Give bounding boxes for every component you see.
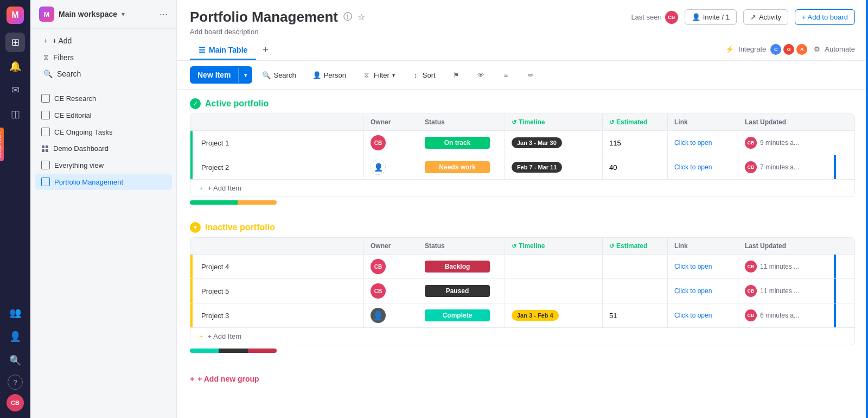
tab-main-table[interactable]: ☰ Main Table <box>190 41 256 60</box>
row-project4-status[interactable]: Backlog <box>418 255 505 278</box>
table-row: Project 1 + CB On track Jan 3 - Mar 30 1… <box>190 131 854 155</box>
updated-avatar[interactable]: CB <box>745 161 757 173</box>
last-seen-avatar[interactable]: CB <box>665 11 678 24</box>
workspace-selector[interactable]: M Main workspace ▾ <box>39 7 159 22</box>
row-project3-link[interactable]: Click to open <box>668 303 738 327</box>
updated-avatar[interactable]: CB <box>745 137 757 149</box>
row-project3-name[interactable]: Project 3 + <box>190 303 364 327</box>
link-click[interactable]: Click to open <box>674 163 712 171</box>
link-click[interactable]: Click to open <box>674 312 712 319</box>
sidebar-actions: + + Add ⧖ Filters 🔍 Search <box>30 29 176 86</box>
filter-button[interactable]: ⧖ Filter ▾ <box>356 67 401 83</box>
add-new-group-button[interactable]: + + Add new group <box>190 370 855 388</box>
check-icon[interactable]: ◫ <box>5 104 25 124</box>
dashboard-icon <box>41 145 49 153</box>
row-project2-status[interactable]: Needs work <box>418 155 505 179</box>
automate-button[interactable]: ⚙ Automate <box>814 45 855 53</box>
sidebar-item-ce-research[interactable]: CE Research <box>35 90 172 106</box>
row-project4-name[interactable]: Project 4 + <box>190 255 364 278</box>
add-to-board-button[interactable]: + Add to board <box>795 9 855 25</box>
sidebar-item-everything-view[interactable]: Everything view <box>35 157 172 173</box>
sidebar-item-ce-ongoing-tasks[interactable]: CE Ongoing Tasks <box>35 124 172 140</box>
row-project5-name[interactable]: Project 5 + <box>190 279 364 303</box>
search-icon-bar[interactable]: 🔍 <box>5 351 25 370</box>
sidebar-item-ce-editorial[interactable]: CE Editorial <box>35 107 172 123</box>
row-project5-link[interactable]: Click to open <box>668 279 738 303</box>
home-icon[interactable]: ⊞ <box>5 33 25 52</box>
filters-button[interactable]: ⧖ Filters <box>39 49 168 65</box>
search-button[interactable]: 🔍 Search <box>39 66 168 81</box>
user-avatar-bar[interactable]: CB <box>7 394 24 411</box>
row-color-indicator <box>190 279 193 303</box>
group-toggle-inactive[interactable]: ▾ <box>190 222 201 233</box>
info-icon[interactable]: ⓘ <box>343 11 352 23</box>
person-filter-button[interactable]: 👤 Person <box>306 67 353 83</box>
bell-icon[interactable]: 🔔 <box>5 56 25 76</box>
new-item-button[interactable]: New Item ▾ <box>190 66 252 84</box>
help-icon[interactable]: ? <box>8 375 23 390</box>
link-click[interactable]: Click to open <box>674 263 712 270</box>
people-icon[interactable]: 👥 <box>5 303 25 322</box>
board-subtitle[interactable]: Add board description <box>190 28 855 36</box>
owner-avatar-dark[interactable]: 👤 <box>371 308 386 323</box>
updated-avatar[interactable]: CB <box>745 261 757 273</box>
row-color-indicator <box>190 155 193 179</box>
link-click[interactable]: Click to open <box>674 139 712 147</box>
edit-button[interactable]: ✏ <box>520 67 542 83</box>
board-title-row: Portfolio Management ⓘ ☆ Last seen CB 👤 … <box>190 9 855 26</box>
row-project5-estimated <box>603 279 668 303</box>
board-tab-right: ⚡ Integrate C G A ⚙ Automate <box>725 44 855 57</box>
row-project1-name[interactable]: Project 1 + <box>190 131 364 155</box>
status-badge: Backlog <box>425 261 490 273</box>
star-icon[interactable]: ☆ <box>358 12 365 22</box>
row-project1-link[interactable]: Click to open <box>668 131 738 155</box>
row-project2-link[interactable]: Click to open <box>668 155 738 179</box>
row-project4-timeline <box>505 255 603 278</box>
group-toggle-active[interactable]: ✓ <box>190 98 201 109</box>
row-project2-name[interactable]: Project 2 + <box>190 155 364 179</box>
row-project3-estimated: 51 <box>603 303 668 327</box>
sidebar-item-demo-dashboard[interactable]: Demo Dashboard <box>35 141 172 156</box>
inbox-icon[interactable]: ✉ <box>5 80 25 100</box>
right-indicator <box>834 303 836 327</box>
add-item-inactive[interactable]: + + Add Item <box>190 328 854 345</box>
gmail-icon: G <box>783 44 794 55</box>
chrome-icon: C <box>770 44 781 55</box>
sidebar-more-icon[interactable]: ··· <box>159 9 168 20</box>
table-row: Project 5 + CB Paused Click to open <box>190 279 854 303</box>
sort-button[interactable]: ↕ Sort <box>405 67 442 83</box>
search-toolbar-button[interactable]: 🔍 Search <box>256 67 302 83</box>
row-project1-status[interactable]: On track <box>418 131 505 155</box>
new-item-dropdown-arrow[interactable]: ▾ <box>238 68 252 83</box>
see-plans-badge[interactable]: + See plans <box>0 128 4 161</box>
updated-avatar[interactable]: CB <box>745 285 757 297</box>
add-item-active[interactable]: + + Add Item <box>190 180 854 197</box>
row-project3-status[interactable]: Complete <box>418 303 505 327</box>
invite-button[interactable]: 👤 Invite / 1 <box>685 9 737 25</box>
table-row: Project 4 + CB Backlog Click to open <box>190 255 854 279</box>
integrate-button[interactable]: ⚡ Integrate C G A <box>725 44 807 55</box>
owner-avatar[interactable]: CB <box>371 283 386 299</box>
sidebar-item-portfolio-management[interactable]: Portfolio Management <box>35 174 172 190</box>
activity-button[interactable]: ↗ Activity <box>743 9 788 25</box>
person-add-icon[interactable]: 👤 <box>5 327 25 346</box>
row-project4-link[interactable]: Click to open <box>668 255 738 278</box>
group-button[interactable]: ≡ <box>495 67 517 83</box>
integrate-icon: ⚡ <box>725 45 734 53</box>
owner-avatar[interactable]: CB <box>371 259 386 274</box>
app-logo[interactable]: M <box>7 7 24 24</box>
sidebar-header: M Main workspace ▾ ··· <box>30 0 176 29</box>
updated-avatar[interactable]: CB <box>745 309 757 321</box>
app-icon: A <box>796 44 807 55</box>
link-button[interactable]: ⚑ <box>445 67 467 83</box>
owner-avatar-empty[interactable]: 👤 <box>371 160 386 175</box>
row-project1-timeline: Jan 3 - Mar 30 <box>505 131 603 155</box>
hide-button[interactable]: 👁 <box>470 67 492 83</box>
row-project5-status[interactable]: Paused <box>418 279 505 303</box>
group-active-header: ✓ Active portfolio <box>190 98 855 109</box>
add-button[interactable]: + + Add <box>39 33 168 48</box>
owner-avatar[interactable]: CB <box>371 135 386 150</box>
add-tab-button[interactable]: + <box>256 40 275 60</box>
row-project4-updated: CB 11 minutes ... <box>738 255 836 278</box>
link-click[interactable]: Click to open <box>674 287 712 295</box>
